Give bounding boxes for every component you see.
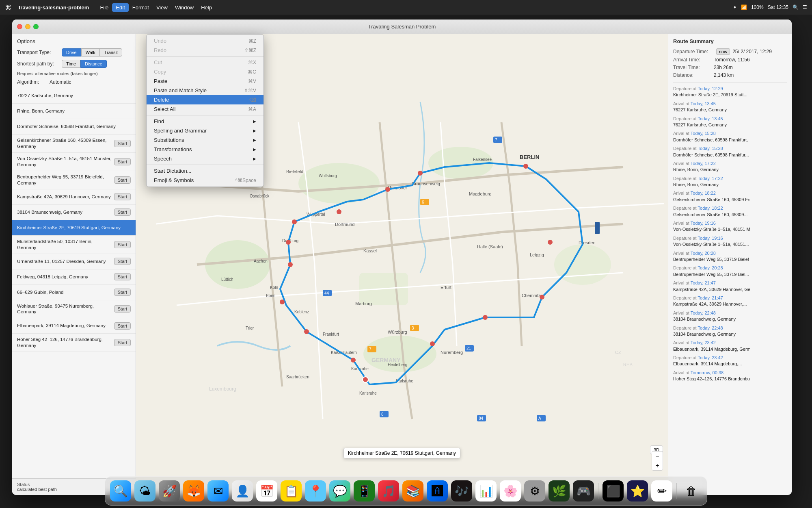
- location-item[interactable]: Urnenstraße 11, 01257 Dresden, GermanySt…: [12, 254, 136, 269]
- apple-menu-icon[interactable]: ⌘: [5, 4, 11, 11]
- dock-editor[interactable]: ✏: [651, 480, 672, 501]
- now-button[interactable]: now: [716, 48, 730, 55]
- start-button[interactable]: Start: [114, 193, 131, 200]
- start-button[interactable]: Start: [114, 208, 131, 216]
- menu-help[interactable]: Help: [197, 3, 216, 12]
- dock-itunes[interactable]: 🎵: [378, 480, 399, 501]
- menu-item-speech[interactable]: Speech▶: [147, 154, 263, 163]
- dock-trash[interactable]: 🗑: [681, 480, 702, 501]
- dock-facetime[interactable]: 📱: [354, 480, 375, 501]
- location-item[interactable]: Wohlauer Straße, 90475 Nuremberg, German…: [12, 300, 136, 319]
- start-button[interactable]: Start: [114, 273, 131, 280]
- menu-format[interactable]: Format: [129, 3, 153, 12]
- dock-finder[interactable]: 🔍: [110, 480, 131, 501]
- location-item[interactable]: 76227 Karlsruhe, Germany: [12, 88, 136, 104]
- menu-view[interactable]: View: [153, 3, 171, 12]
- dock-photos[interactable]: 🌸: [500, 480, 521, 501]
- location-item[interactable]: Feldweg, 04318 Leipzig, GermanyStart: [12, 269, 136, 285]
- zoom-in-button[interactable]: −: [652, 451, 663, 461]
- dock-star[interactable]: ⭐: [627, 480, 648, 501]
- event-time: Today, 23:42: [691, 340, 716, 345]
- location-item[interactable]: Hoher Steg 42–126, 14776 Brandenburg, Ge…: [12, 334, 136, 352]
- dock-mail[interactable]: ✉: [207, 480, 229, 501]
- transport-drive-button[interactable]: Drive: [62, 48, 81, 56]
- menubar-battery: 100%: [751, 4, 764, 10]
- start-button[interactable]: Start: [114, 305, 131, 313]
- dock-browser[interactable]: 🦊: [183, 480, 204, 501]
- start-button[interactable]: Start: [114, 158, 131, 165]
- location-item[interactable]: Kirchheimer Straße 2E, 70619 Stuttgart, …: [12, 220, 136, 236]
- dock-separator-2: [676, 483, 677, 499]
- svg-text:Köln: Köln: [270, 285, 278, 290]
- menu-item-delete[interactable]: Delete⌫: [147, 95, 263, 104]
- dock-game[interactable]: 🎮: [573, 480, 594, 501]
- dock-maps[interactable]: 📍: [305, 480, 326, 501]
- transport-transit-button[interactable]: Transit: [100, 48, 122, 56]
- dock-books[interactable]: 📚: [402, 480, 423, 501]
- route-event-item: Arival at Today, 18:22Gelsenkirchener St…: [673, 190, 787, 203]
- menu-item-find[interactable]: Find▶: [147, 117, 263, 126]
- main-window: Travaling Salesman Problem Options Trans…: [12, 20, 792, 495]
- menu-item-spelling-and-grammar[interactable]: Spelling and Grammar▶: [147, 126, 263, 135]
- start-button[interactable]: Start: [114, 339, 131, 346]
- svg-text:Kassel: Kassel: [363, 248, 377, 253]
- route-event-item: Arival at Today, 23:42Elbauenpark, 39114…: [673, 340, 787, 352]
- route-event-item: Arival at Tomorrow, 00:38Hoher Steg 42–1…: [673, 370, 787, 382]
- start-button[interactable]: Start: [114, 176, 131, 184]
- dock-plant[interactable]: 🌿: [549, 480, 570, 501]
- close-button[interactable]: [17, 24, 22, 29]
- location-item[interactable]: Kampstraße 42A, 30629 Hannover, GermanyS…: [12, 189, 136, 205]
- location-item[interactable]: Gelsenkirchener Straße 160, 45309 Essen,…: [12, 135, 136, 153]
- menu-item-emoji--symbols[interactable]: Emoji & Symbols^⌘Space: [147, 176, 263, 185]
- start-button[interactable]: Start: [114, 140, 131, 147]
- zoom-out-button[interactable]: +: [652, 461, 663, 471]
- location-item[interactable]: 66–629 Gubin, PolandStart: [12, 285, 136, 300]
- transport-walk-button[interactable]: Walk: [81, 48, 100, 56]
- start-button[interactable]: Start: [114, 289, 131, 296]
- menu-file[interactable]: File: [96, 3, 112, 12]
- location-item[interactable]: Von-Ossietzky-Straße 1–51a, 48151 Münste…: [12, 153, 136, 171]
- menu-item-select-all[interactable]: Select All⌘A: [147, 104, 263, 114]
- menubar-search-icon[interactable]: 🔍: [793, 4, 799, 10]
- alt-routes-label: Request alternative routes (takes longer…: [17, 71, 98, 76]
- dock-notes[interactable]: 📋: [281, 480, 302, 501]
- menu-edit[interactable]: Edit: [112, 3, 128, 12]
- dock-appstore[interactable]: 🅰: [427, 480, 448, 501]
- menu-item-label: Cut: [154, 59, 240, 65]
- event-time: Today, 20:28: [691, 251, 716, 256]
- minimize-button[interactable]: [25, 24, 30, 29]
- app-name[interactable]: traveling-salesman-problem: [19, 4, 89, 11]
- start-button[interactable]: Start: [114, 322, 131, 330]
- menu-item-substitutions[interactable]: Substitutions▶: [147, 135, 263, 145]
- dock-spotify[interactable]: 🎶: [451, 480, 472, 501]
- dock-messages[interactable]: 💬: [329, 480, 350, 501]
- start-button[interactable]: Start: [114, 241, 131, 248]
- maximize-button[interactable]: [33, 24, 39, 29]
- path-time-button[interactable]: Time: [62, 60, 80, 68]
- location-item[interactable]: 38104 Braunschweig, GermanyStart: [12, 205, 136, 220]
- location-item[interactable]: Münsterlandstraße 50, 10317 Berlin, Germ…: [12, 236, 136, 254]
- departure-time-value: 25/ 2/ 2017, 12:29: [732, 49, 772, 54]
- route-event-item: Arival at Today, 21:47Kampstraße 42A, 30…: [673, 280, 787, 293]
- location-item[interactable]: Dornhöfer Schneise, 60598 Frankfurt, Ger…: [12, 119, 136, 135]
- location-item[interactable]: Elbauenpark, 39114 Magdeburg, GermanySta…: [12, 318, 136, 334]
- dock-calendar[interactable]: 📅: [256, 480, 277, 501]
- route-events: Depature at Today, 12:29Kirchheimer Stra…: [673, 82, 787, 382]
- dock-settings[interactable]: ⚙: [524, 480, 545, 501]
- dock-launchpad[interactable]: 🚀: [159, 480, 180, 501]
- dock-contacts[interactable]: 👤: [232, 480, 253, 501]
- menu-item-paste-and-match-style[interactable]: Paste and Match Style⇧⌘V: [147, 86, 263, 95]
- dock-terminal[interactable]: ⬛: [603, 480, 624, 501]
- menubar-notification-icon[interactable]: ☰: [803, 4, 807, 10]
- shortest-path-row: Shortest path by: Time Distance: [12, 58, 136, 69]
- path-distance-button[interactable]: Distance: [80, 60, 107, 68]
- dock-weather[interactable]: 🌤: [134, 480, 155, 501]
- start-button[interactable]: Start: [114, 258, 131, 265]
- menu-item-start-dictation[interactable]: Start Dictation...: [147, 166, 263, 176]
- menu-window[interactable]: Window: [171, 3, 197, 12]
- menu-item-paste[interactable]: Paste⌘V: [147, 76, 263, 86]
- menu-item-transformations[interactable]: Transformations▶: [147, 145, 263, 154]
- dock-activity[interactable]: 📊: [475, 480, 497, 501]
- location-item[interactable]: Rhine, Bonn, Germany: [12, 104, 136, 119]
- location-item[interactable]: Bentruperheider Weg 55, 33719 Bielefeld,…: [12, 171, 136, 189]
